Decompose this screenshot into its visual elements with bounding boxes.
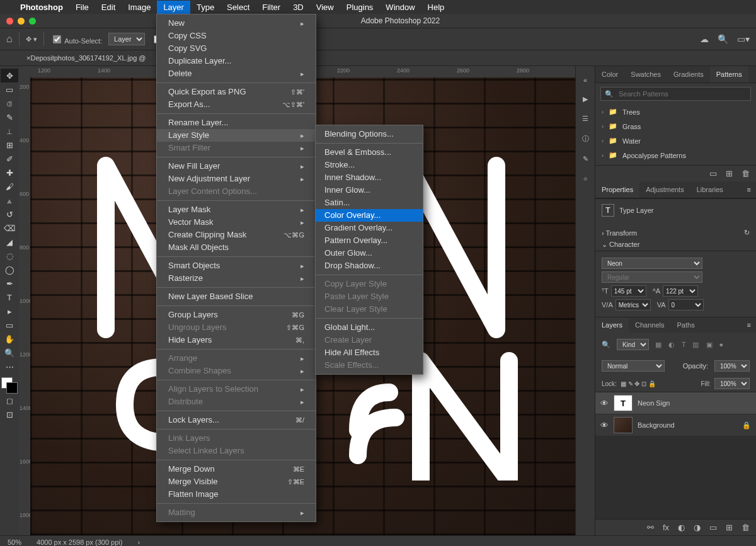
clone-icon[interactable]: ⟐: [583, 174, 588, 182]
new-group-icon[interactable]: ▭: [709, 169, 717, 178]
menu-item[interactable]: Layer Style: [157, 129, 316, 142]
mask-icon[interactable]: ◐: [678, 523, 685, 532]
menu-item[interactable]: Hide Layers⌘,: [157, 334, 316, 346]
pen-tool[interactable]: ✒: [1, 276, 18, 290]
quick-select-tool[interactable]: ✎: [1, 110, 18, 124]
panel-menu-icon[interactable]: ≡: [747, 186, 756, 193]
doc-dimensions[interactable]: 4000 px x 2598 px (300 ppi): [37, 538, 122, 546]
shape-tool[interactable]: ▭: [1, 318, 18, 332]
history-brush-tool[interactable]: ↺: [1, 207, 18, 221]
marquee-tool[interactable]: ▭: [1, 82, 18, 96]
tab-properties[interactable]: Properties: [595, 181, 639, 198]
character-section[interactable]: ⌄ Character: [595, 239, 756, 251]
home-icon[interactable]: ⌂: [6, 33, 13, 45]
submenu-item[interactable]: Gradient Overlay...: [316, 222, 423, 234]
brush-settings-icon[interactable]: ✎: [583, 155, 588, 163]
menu-item[interactable]: New Adjustment Layer: [157, 173, 316, 185]
group-icon[interactable]: ▭: [709, 523, 717, 532]
tab-color[interactable]: Color: [595, 66, 624, 82]
search-icon[interactable]: 🔍: [718, 34, 728, 44]
menu-item[interactable]: Rasterize: [157, 272, 316, 285]
play-icon[interactable]: ▶: [583, 95, 588, 103]
menu-item[interactable]: New Layer Based Slice: [157, 290, 316, 303]
menu-item[interactable]: Delete: [157, 67, 316, 80]
kerning-field[interactable]: VA0: [657, 299, 704, 310]
opacity-field[interactable]: 100%: [714, 360, 750, 372]
move-tool-icon[interactable]: ✥ ▾: [26, 35, 37, 43]
submenu-item[interactable]: Inner Shadow...: [316, 171, 423, 184]
submenu-item[interactable]: Inner Glow...: [316, 184, 423, 196]
visibility-icon[interactable]: 👁: [600, 399, 609, 408]
menu-item[interactable]: Layer Mask: [157, 203, 316, 216]
adjustment-icon[interactable]: ◑: [694, 523, 701, 532]
submenu-item[interactable]: Pattern Overlay...: [316, 234, 423, 247]
menu-item[interactable]: Vector Mask: [157, 216, 316, 229]
tab-channels[interactable]: Channels: [629, 317, 670, 333]
menu-type[interactable]: Type: [190, 1, 220, 14]
menu-item[interactable]: New: [157, 17, 316, 30]
pattern-folder[interactable]: ›📁Apocalypse Patterns: [595, 148, 756, 162]
brush-tool[interactable]: 🖌: [1, 179, 18, 193]
maximize-window-icon[interactable]: [29, 18, 36, 25]
menu-item[interactable]: Create Clipping Mask⌥⌘G: [157, 229, 316, 241]
font-style-select[interactable]: Regular: [602, 271, 702, 283]
gradient-tool[interactable]: ◢: [1, 235, 18, 249]
trash-icon[interactable]: 🗑: [742, 169, 750, 178]
tracking-field[interactable]: V/AMetrics: [602, 299, 651, 310]
eyedropper-tool[interactable]: ✐: [1, 152, 18, 166]
collapse-arrow-icon[interactable]: «: [583, 76, 587, 84]
menu-item[interactable]: Flatten Image: [157, 488, 316, 501]
tab-patterns[interactable]: Patterns: [710, 66, 748, 82]
eraser-tool[interactable]: ⌫: [1, 221, 18, 235]
history-icon[interactable]: ☰: [582, 115, 588, 123]
tab-libraries[interactable]: Libraries: [690, 181, 730, 198]
submenu-item[interactable]: Global Light...: [316, 321, 423, 334]
layer-filter-kind[interactable]: Kind: [617, 339, 649, 350]
lasso-tool[interactable]: ⟃: [1, 96, 18, 110]
pattern-folder[interactable]: ›📁Grass: [595, 119, 756, 134]
heal-tool[interactable]: ✚: [1, 166, 18, 179]
menu-plugins[interactable]: Plugins: [340, 1, 380, 14]
blur-tool[interactable]: ◌: [1, 249, 18, 263]
menu-layer[interactable]: Layer: [157, 1, 190, 14]
pattern-folder[interactable]: ›📁Water: [595, 134, 756, 148]
screen-mode[interactable]: ⊡: [1, 407, 18, 421]
patterns-search[interactable]: 🔍: [600, 87, 751, 101]
menu-item[interactable]: Lock Layers...⌘/: [157, 414, 316, 426]
fx-icon[interactable]: fx: [663, 523, 669, 532]
menu-item[interactable]: Merge Down⌘E: [157, 463, 316, 475]
menu-item[interactable]: Quick Export as PNG⇧⌘': [157, 86, 316, 98]
auto-select-target[interactable]: Layer: [108, 33, 145, 45]
visibility-icon[interactable]: 👁: [600, 421, 609, 430]
tab-layers[interactable]: Layers: [595, 317, 629, 333]
submenu-item[interactable]: Blending Options...: [316, 128, 423, 140]
new-layer-icon[interactable]: ⊞: [726, 523, 733, 532]
submenu-item[interactable]: Outer Glow...: [316, 247, 423, 259]
menu-view[interactable]: View: [310, 1, 340, 14]
document-tab[interactable]: × Depositphotos_306174192_XL.jpg @: [0, 50, 756, 66]
ruler-vertical[interactable]: 20040060080010001200140016001800: [19, 77, 31, 535]
fill-field[interactable]: 100%: [714, 378, 750, 389]
menu-3d[interactable]: 3D: [287, 1, 310, 14]
menu-item[interactable]: Copy SVG: [157, 42, 316, 55]
minimize-window-icon[interactable]: [18, 18, 25, 25]
lock-icons[interactable]: ▦ ✎ ✥ ⊡ 🔒: [621, 380, 656, 387]
menu-item[interactable]: Mask All Objects: [157, 241, 316, 254]
menu-item[interactable]: Rename Layer...: [157, 117, 316, 129]
menu-item[interactable]: Copy CSS: [157, 30, 316, 42]
pattern-folder[interactable]: ›📁Trees: [595, 105, 756, 119]
edit-toolbar[interactable]: ⋯: [1, 360, 18, 373]
menu-window[interactable]: Window: [379, 1, 421, 14]
menu-item[interactable]: Merge Visible⇧⌘E: [157, 475, 316, 488]
mask-mode[interactable]: ◻: [1, 394, 18, 407]
cloud-icon[interactable]: ☁: [700, 34, 709, 44]
leading-field[interactable]: ᴬA122 pt: [653, 285, 698, 297]
reset-transform-icon[interactable]: ↻: [744, 229, 750, 237]
menu-select[interactable]: Select: [220, 1, 256, 14]
menu-help[interactable]: Help: [421, 1, 451, 14]
color-swatch[interactable]: [1, 377, 18, 394]
workspace-icon[interactable]: ▭▾: [737, 34, 750, 44]
font-family-select[interactable]: Neon: [602, 258, 702, 269]
menu-item[interactable]: Duplicate Layer...: [157, 55, 316, 67]
type-tool[interactable]: T: [1, 290, 18, 304]
